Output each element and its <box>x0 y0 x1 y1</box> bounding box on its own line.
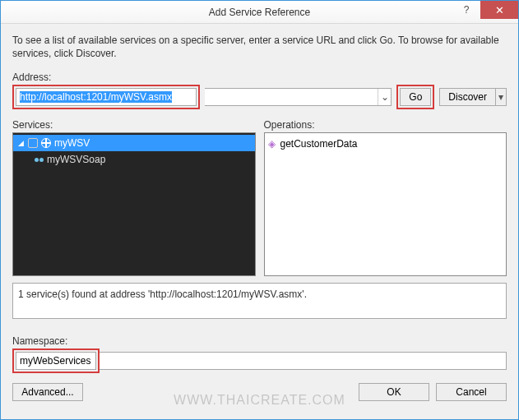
advanced-button[interactable]: Advanced... <box>12 383 83 401</box>
namespace-highlight <box>12 348 100 373</box>
address-row: ⌄ Go Discover ▾ <box>12 85 507 109</box>
namespace-input[interactable] <box>16 352 96 370</box>
go-button[interactable]: Go <box>400 88 431 106</box>
dialog-window: Add Service Reference ? ✕ To see a list … <box>0 0 519 420</box>
tree-item-child[interactable]: myWSVSoap <box>13 151 255 168</box>
ok-button[interactable]: OK <box>359 383 429 401</box>
address-label: Address: <box>12 72 507 83</box>
method-icon: ◈ <box>268 138 276 150</box>
expander-icon[interactable]: ◢ <box>16 139 25 147</box>
namespace-input-ext[interactable] <box>100 352 507 370</box>
address-input[interactable] <box>16 89 196 105</box>
operations-list[interactable]: ◈ getCustomerData <box>264 132 507 276</box>
dialog-content: To see a list of available services on a… <box>1 24 518 409</box>
tree-item-label: myWSV <box>54 137 90 149</box>
operations-label: Operations: <box>264 119 507 131</box>
cancel-button[interactable]: Cancel <box>436 383 507 401</box>
services-tree[interactable]: ◢ myWSV myWSVSoap <box>12 132 256 276</box>
services-label: Services: <box>12 119 256 131</box>
titlebar-controls: ? ✕ <box>452 1 518 19</box>
status-box: 1 service(s) found at address 'http://lo… <box>12 283 507 319</box>
address-highlight <box>12 85 200 109</box>
tree-item-root[interactable]: ◢ myWSV <box>13 135 255 151</box>
address-combo[interactable] <box>16 88 197 106</box>
gear-icon <box>28 138 38 148</box>
window-title: Add Service Reference <box>209 7 310 18</box>
tree-item-label: myWSVSoap <box>47 154 105 165</box>
status-text: 1 service(s) found at address 'http://lo… <box>18 288 307 300</box>
discover-button[interactable]: Discover <box>439 88 495 106</box>
discover-caret[interactable]: ▾ <box>495 88 507 106</box>
panels-row: Services: ◢ myWSV myWSVSoap Operations: <box>12 119 507 276</box>
discover-split-button[interactable]: Discover ▾ <box>439 88 507 106</box>
go-highlight: Go <box>396 85 434 109</box>
namespace-row <box>12 348 507 373</box>
address-combo-ext[interactable]: ⌄ <box>205 88 392 106</box>
list-item[interactable]: ◈ getCustomerData <box>268 136 503 151</box>
endpoint-icon <box>35 158 44 162</box>
chevron-down-icon[interactable]: ⌄ <box>378 89 391 105</box>
help-button[interactable]: ? <box>452 1 480 19</box>
address-input-ext[interactable] <box>205 89 378 105</box>
footer-row: Advanced... OK Cancel <box>12 383 507 401</box>
services-panel: Services: ◢ myWSV myWSVSoap <box>12 119 256 276</box>
close-button[interactable]: ✕ <box>480 1 518 19</box>
namespace-label: Namespace: <box>12 335 507 347</box>
titlebar: Add Service Reference ? ✕ <box>1 1 518 24</box>
operations-panel: Operations: ◈ getCustomerData <box>264 119 507 276</box>
globe-icon <box>41 138 51 148</box>
operation-label: getCustomerData <box>280 138 358 150</box>
intro-text: To see a list of available services on a… <box>12 34 507 60</box>
